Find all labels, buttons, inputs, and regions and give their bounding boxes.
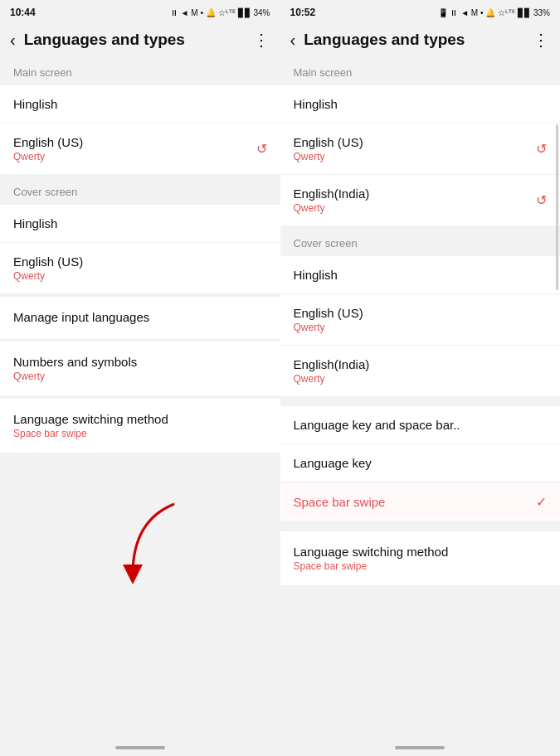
lang-key-spacebar-label: Language key and space bar.. xyxy=(294,418,460,432)
status-icons-text-right: 📱 ⏸ ◄ M • xyxy=(438,8,484,17)
list-item[interactable]: Hinglish xyxy=(280,256,561,294)
header-right: ‹ Languages and types ⋮ xyxy=(280,23,561,56)
refresh-icon-main[interactable]: ↺ xyxy=(256,141,267,157)
lang-switching-bottom-sub: Space bar swipe xyxy=(294,560,548,572)
english-us-cover-sub: Qwerty xyxy=(13,270,83,282)
lang-switching-bottom-label: Language switching method xyxy=(294,545,548,559)
english-us-cover-right-sub: Qwerty xyxy=(294,322,363,333)
signal-text-right: ☆ᴸᵀᴱ ▊▊ 33% xyxy=(498,8,550,17)
left-panel: 10:44 ⏸ ◄ M • 🔔 ☆ᴸᵀᴱ ▊▊ 34% ‹ Languages … xyxy=(0,0,280,756)
main-screen-list-right: Hinglish English (US) Qwerty ↺ English(I… xyxy=(280,85,561,225)
english-india-cover-group: English(India) Qwerty xyxy=(294,357,370,385)
refresh-icon-main-right[interactable]: ↺ xyxy=(536,141,547,157)
time-left: 10:44 xyxy=(10,7,36,18)
list-item[interactable]: English (US) Qwerty xyxy=(0,243,280,293)
status-icons-left: ⏸ ◄ M • 🔔 ☆ᴸᵀᴱ ▊▊ 34% xyxy=(170,8,270,17)
lang-switching-sub: Space bar swipe xyxy=(13,428,267,439)
status-bar-right: 10:52 📱 ⏸ ◄ M • 🔔 ☆ᴸᵀᴱ ▊▊ 33% xyxy=(280,0,561,23)
main-screen-list-left: Hinglish English (US) Qwerty ↺ xyxy=(0,85,280,174)
spacebar-swipe-label: Space bar swipe xyxy=(294,495,386,509)
lang-switching-bottom-group: Language switching method Space bar swip… xyxy=(294,545,548,572)
english-us-cover-label: English (US) xyxy=(13,254,83,269)
manage-languages-label: Manage input languages xyxy=(13,310,149,324)
scroll-bar xyxy=(556,124,558,290)
right-scroll-content: Main screen Hinglish English (US) Qwerty… xyxy=(280,56,561,756)
section-label-cover-left: Cover screen xyxy=(0,176,280,203)
list-item[interactable]: Language key and space bar.. xyxy=(280,406,561,444)
list-item[interactable]: Hinglish xyxy=(280,85,561,124)
english-india-cover-sub: Qwerty xyxy=(294,373,370,385)
lang-switching-group: Language switching method Space bar swip… xyxy=(13,412,267,439)
bottom-spacer xyxy=(280,587,561,612)
section-label-main-left: Main screen xyxy=(0,56,280,84)
list-item[interactable]: English(India) Qwerty xyxy=(280,346,561,396)
header-left: ‹ Languages and types ⋮ xyxy=(0,23,280,56)
english-india-main-group: English(India) Qwerty xyxy=(294,187,370,214)
bottom-nav-bar-right xyxy=(395,746,445,749)
more-button-left[interactable]: ⋮ xyxy=(253,30,270,50)
lang-key-label: Language key xyxy=(294,456,372,470)
english-us-cover-right-label: English (US) xyxy=(294,306,363,320)
english-india-main-sub: Qwerty xyxy=(294,202,370,214)
spacebar-swipe-item[interactable]: Space bar swipe ✓ xyxy=(280,482,561,521)
list-item[interactable]: English(India) Qwerty ↺ xyxy=(280,175,561,225)
numbers-symbols-label: Numbers and symbols xyxy=(13,355,267,369)
manage-languages-item[interactable]: Manage input languages xyxy=(0,297,280,338)
english-us-cover-right-group: English (US) Qwerty xyxy=(294,306,363,333)
arrow-annotation xyxy=(108,496,191,598)
more-button-right[interactable]: ⋮ xyxy=(533,30,550,50)
section-label-cover-right: Cover screen xyxy=(280,227,561,254)
back-button-right[interactable]: ‹ xyxy=(290,31,296,50)
status-icons-right: 📱 ⏸ ◄ M • 🔔 ☆ᴸᵀᴱ ▊▊ 33% xyxy=(438,8,550,17)
check-icon: ✓ xyxy=(536,494,547,510)
lang-switching-label: Language switching method xyxy=(13,412,267,426)
right-panel: 10:52 📱 ⏸ ◄ M • 🔔 ☆ᴸᵀᴱ ▊▊ 33% ‹ Language… xyxy=(280,0,561,756)
english-us-cover-group: English (US) Qwerty xyxy=(13,254,83,282)
hinglish-cover-right: Hinglish xyxy=(294,268,338,282)
page-title-left: Languages and types xyxy=(24,31,253,49)
list-item[interactable]: Hinglish xyxy=(0,85,280,124)
numbers-symbols-group: Numbers and symbols Qwerty xyxy=(13,355,267,382)
english-us-main-right-label: English (US) xyxy=(294,135,363,149)
bottom-nav-bar-left xyxy=(115,746,165,749)
english-us-main-right-group: English (US) Qwerty xyxy=(294,135,363,162)
cover-screen-list-right: Hinglish English (US) Qwerty English(Ind… xyxy=(280,256,561,396)
dropdown-list: Language key and space bar.. Language ke… xyxy=(280,406,561,521)
english-india-main-label: English(India) xyxy=(294,187,370,201)
english-us-main-right-sub: Qwerty xyxy=(294,151,363,162)
numbers-symbols-item[interactable]: Numbers and symbols Qwerty xyxy=(0,342,280,395)
lang-switching-bottom[interactable]: Language switching method Space bar swip… xyxy=(280,531,561,585)
spacer xyxy=(280,398,561,405)
cover-screen-list-left: Hinglish English (US) Qwerty xyxy=(0,205,280,293)
page-title-right: Languages and types xyxy=(304,31,533,49)
list-item[interactable]: Hinglish xyxy=(0,205,280,243)
numbers-symbols-sub: Qwerty xyxy=(13,371,267,382)
hinglish-main-right: Hinglish xyxy=(294,97,338,111)
battery-icon: 🔔 xyxy=(206,8,216,17)
english-us-main-group: English (US) Qwerty xyxy=(13,135,83,162)
list-item[interactable]: Language key xyxy=(280,444,561,482)
list-item[interactable]: English (US) Qwerty ↺ xyxy=(280,124,561,175)
refresh-icon-india[interactable]: ↺ xyxy=(536,192,547,208)
status-bar-left: 10:44 ⏸ ◄ M • 🔔 ☆ᴸᵀᴱ ▊▊ 34% xyxy=(0,0,280,23)
section-label-main-right: Main screen xyxy=(280,56,561,84)
lang-switching-item[interactable]: Language switching method Space bar swip… xyxy=(0,399,280,453)
signal-text: ☆ᴸᵀᴱ ▊▊ 34% xyxy=(218,8,270,17)
back-button-left[interactable]: ‹ xyxy=(10,31,16,50)
list-item[interactable]: English (US) Qwerty ↺ xyxy=(0,124,280,174)
hinglish-cover: Hinglish xyxy=(13,216,57,230)
time-right: 10:52 xyxy=(290,7,316,18)
hinglish-main: Hinglish xyxy=(13,97,57,111)
status-icons-text: ⏸ ◄ M • xyxy=(170,8,203,17)
spacer2 xyxy=(280,523,561,530)
english-india-cover-label: English(India) xyxy=(294,357,370,371)
english-us-main-sub: Qwerty xyxy=(13,151,83,162)
english-us-main-label: English (US) xyxy=(13,135,83,149)
battery-icon-right: 🔔 xyxy=(485,8,495,17)
list-item[interactable]: English (US) Qwerty xyxy=(280,294,561,346)
